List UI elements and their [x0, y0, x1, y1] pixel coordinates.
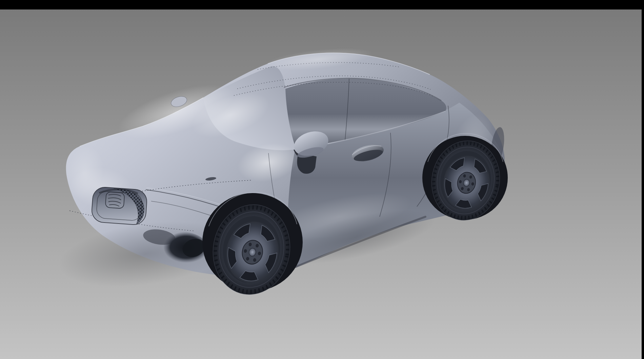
3d-viewport[interactable]	[0, 0, 644, 359]
front-grille	[91, 187, 148, 226]
application-window	[0, 0, 644, 359]
top-black-bar	[0, 0, 644, 9]
s-logo-icon	[105, 192, 125, 209]
right-black-bar	[642, 0, 644, 359]
